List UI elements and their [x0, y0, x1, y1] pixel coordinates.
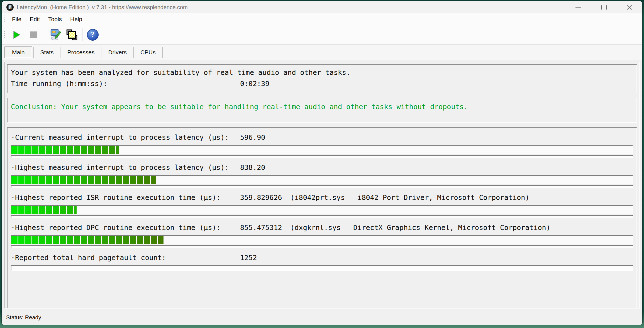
analysis-panel: Your system has been analyzed for suitab…: [7, 64, 637, 93]
pagefault-bar: [11, 265, 633, 271]
menu-file[interactable]: File: [8, 15, 26, 24]
latency-bar-fill: [11, 206, 77, 214]
time-running-value: 0:02:39: [240, 78, 269, 89]
play-icon: [11, 30, 21, 40]
measurement-value: 359.829626: [240, 194, 282, 202]
toolbar: ?: [2, 25, 642, 45]
menu-help[interactable]: Help: [66, 15, 86, 24]
analysis-message: Your system has been analyzed for suitab…: [11, 67, 350, 78]
main-tab-page: Your system has been analyzed for suitab…: [4, 62, 640, 309]
time-running-label: Time running (h:mm:ss):: [11, 78, 240, 89]
minimize-button[interactable]: [565, 1, 591, 13]
measurements-panel: ·Current measured interrupt to process l…: [7, 127, 637, 308]
measurement-driver-info: (i8042prt.sys - i8042 Port Driver, Micro…: [291, 194, 530, 202]
measurement-label: ·Highest reported ISR routine execution …: [11, 194, 240, 202]
tab-separator: [162, 47, 163, 58]
latency-bar: [11, 205, 633, 214]
tab-main[interactable]: Main: [4, 46, 32, 58]
measurement-label: ·Highest measured interrupt to process l…: [11, 163, 240, 172]
tab-strip: Main Stats Processes Drivers CPUs: [2, 45, 642, 60]
measurement-row: ·Highest measured interrupt to process l…: [11, 163, 633, 188]
stop-monitor-button[interactable]: [25, 27, 42, 43]
tab-cpus[interactable]: CPUs: [134, 47, 162, 58]
stop-icon: [30, 31, 37, 38]
menu-bar: File Edit Tools Help: [2, 13, 642, 25]
latency-bar: [11, 235, 633, 244]
toolbar-separator: [82, 28, 82, 41]
status-bar: Status: Ready: [2, 310, 642, 325]
close-button[interactable]: [617, 1, 642, 13]
close-icon: [626, 4, 633, 10]
measurement-value: 855.475312: [240, 224, 282, 232]
menu-edit[interactable]: Edit: [26, 15, 44, 24]
latency-bar: [11, 175, 633, 184]
measurement-row: ·Current measured interrupt to process l…: [11, 133, 633, 158]
toolbar-separator: [103, 28, 103, 41]
latency-bar-track: [11, 185, 633, 188]
toolbar-gripper[interactable]: [4, 31, 5, 38]
help-question-icon: ?: [87, 29, 99, 41]
minimize-icon: [575, 7, 581, 8]
status-text: Status: Ready: [6, 314, 41, 321]
menubar-gripper[interactable]: [4, 16, 5, 23]
measurement-value: 1252: [240, 254, 257, 262]
tab-drivers[interactable]: Drivers: [101, 47, 133, 58]
latency-bar-fill: [11, 236, 164, 244]
measurement-value: 596.90: [240, 133, 265, 141]
measurement-row: ·Reported total hard pagefault count: 12…: [11, 254, 633, 271]
conclusion-text: Conclusion: Your system appears to be su…: [11, 103, 468, 111]
conclusion-panel: Conclusion: Your system appears to be su…: [7, 98, 637, 123]
measurement-row: ·Highest reported DPC routine execution …: [11, 224, 633, 248]
latency-bar-track: [11, 155, 633, 158]
title-bar: LatencyMon (Home Edition ) v 7.31 - http…: [2, 1, 642, 13]
latency-bar: [11, 145, 633, 154]
latency-bar-fill: [11, 146, 119, 154]
latency-bar-track: [11, 215, 633, 218]
copy-squares-icon: [66, 29, 78, 41]
start-monitor-button[interactable]: [8, 27, 25, 43]
toolbar-separator: [44, 28, 44, 41]
measurement-label: ·Current measured interrupt to process l…: [11, 133, 240, 141]
tab-processes[interactable]: Processes: [60, 47, 101, 58]
measurement-row: ·Highest reported ISR routine execution …: [11, 194, 633, 218]
latency-bar-fill: [11, 176, 156, 184]
maximize-icon: [601, 5, 607, 10]
copy-report-button[interactable]: [63, 27, 80, 43]
latency-bar-track: [11, 245, 633, 248]
measurement-label: ·Reported total hard pagefault count:: [11, 254, 240, 262]
monitor-pen-icon: [48, 28, 61, 41]
measurement-value: 838.20: [240, 163, 265, 172]
latencymon-window: LatencyMon (Home Edition ) v 7.31 - http…: [2, 1, 642, 325]
maximize-button[interactable]: [591, 1, 617, 13]
app-logo-icon: [6, 3, 14, 11]
menu-tools[interactable]: Tools: [44, 15, 66, 24]
tab-stats[interactable]: Stats: [34, 47, 60, 58]
measurement-driver-info: (dxgkrnl.sys - DirectX Graphics Kernel, …: [291, 224, 550, 232]
help-button[interactable]: ?: [84, 27, 101, 43]
options-button[interactable]: [46, 27, 63, 43]
measurement-label: ·Highest reported DPC routine execution …: [11, 224, 240, 232]
window-title: LatencyMon (Home Edition ) v 7.31 - http…: [17, 4, 565, 11]
